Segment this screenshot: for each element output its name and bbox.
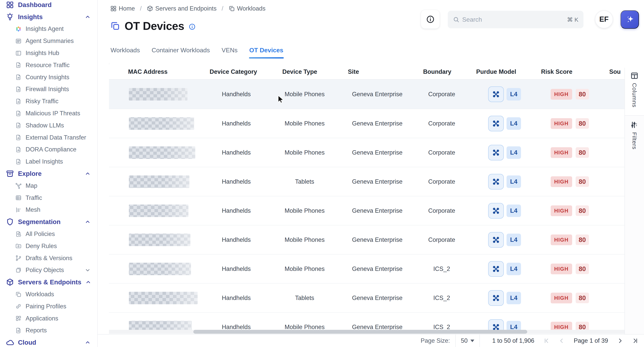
column-header-site[interactable]: Site <box>348 68 359 75</box>
last-page-button[interactable] <box>632 338 638 344</box>
sidebar-item-country-insights[interactable]: Country Insights <box>0 71 97 83</box>
sidebar-item-traffic[interactable]: Traffic <box>0 192 97 204</box>
risk-score-pill: 80 <box>576 235 589 245</box>
search-input[interactable] <box>462 16 564 23</box>
tab-workloads[interactable]: Workloads <box>110 45 140 58</box>
breadcrumb-home[interactable]: Home <box>110 5 135 12</box>
user-avatar[interactable]: EF <box>595 10 613 28</box>
table-row[interactable]: Handhelds Mobile Phones Geneva Enterpris… <box>109 196 644 225</box>
cell-site: Geneva Enterprise <box>352 295 402 302</box>
sidebar-item-label: DORA Compliance <box>26 146 76 153</box>
sidebar-item-external-data-transfer[interactable]: External Data Transfer <box>0 132 97 144</box>
sidebar-item-label: Label Insights <box>26 158 63 165</box>
sidebar-item-mesh[interactable]: Mesh <box>0 204 97 216</box>
sidebar-item-label: Resource Traffic <box>26 62 70 69</box>
sidebar-item-reports[interactable]: Reports <box>0 325 97 337</box>
sidebar-item-insights-hub[interactable]: Insights Hub <box>0 47 97 59</box>
page-size-select[interactable]: 50 <box>455 334 480 347</box>
first-page-button[interactable] <box>543 338 550 344</box>
chevron-up-icon[interactable] <box>85 279 91 285</box>
table-row[interactable]: Handhelds Mobile Phones Geneva Enterpris… <box>109 138 644 167</box>
caret-down-icon <box>470 340 474 342</box>
cell-site: Geneva Enterprise <box>352 91 402 98</box>
filters-panel-toggle[interactable]: Filters <box>625 116 644 166</box>
table-row[interactable]: Handhelds Mobile Phones Geneva Enterpris… <box>109 254 644 283</box>
risk-score-badge: HIGH 80 <box>551 205 589 216</box>
sidebar-item-resource-traffic[interactable]: Resource Traffic <box>0 59 97 71</box>
sidebar-item-explore[interactable]: Explore <box>0 168 97 180</box>
horizontal-scrollbar-thumb[interactable] <box>193 330 527 334</box>
file-chart-icon <box>15 62 22 68</box>
sidebar-item-drafts-versions[interactable]: Drafts & Versions <box>0 252 97 264</box>
sidebar-item-pairing-profiles[interactable]: Pairing Profiles <box>0 300 97 313</box>
previous-page-button[interactable] <box>558 338 565 344</box>
risk-score-pill: 80 <box>576 293 589 303</box>
sidebar-item-insights-agent[interactable]: Insights Agent <box>0 23 97 35</box>
sidebar-item-malicious-ip-threats[interactable]: Malicious IP Threats <box>0 107 97 119</box>
chevron-up-icon[interactable] <box>85 219 90 225</box>
chevron-up-icon[interactable] <box>85 171 90 177</box>
purdue-level-chip: L4 <box>506 234 521 246</box>
breadcrumb-workloads[interactable]: Workloads <box>228 5 266 12</box>
sidebar-item-map[interactable]: Map <box>0 180 97 192</box>
sidebar-item-label-insights[interactable]: Label Insights <box>0 156 97 168</box>
risk-score-pill: 80 <box>576 118 589 129</box>
horizontal-scrollbar-track[interactable] <box>109 330 644 334</box>
purdue-level-chip: L4 <box>506 205 521 217</box>
table-row[interactable]: Handhelds Tablets Geneva Enterprise ICS_… <box>109 283 644 312</box>
file-check-icon <box>15 231 22 237</box>
cell-device-category: Handhelds <box>222 149 251 156</box>
app-window: Dashboard Insights Insights Agent Agent … <box>0 0 644 347</box>
columns-panel-toggle[interactable]: Columns <box>625 68 644 116</box>
sidebar-item-policy-objects[interactable]: Policy Objects <box>0 264 97 276</box>
tab-ot-devices[interactable]: OT Devices <box>249 45 284 58</box>
column-header-purdue-model[interactable]: Purdue Model <box>476 68 516 75</box>
cell-device-type: Mobile Phones <box>284 120 324 127</box>
ai-assistant-button[interactable] <box>620 10 639 29</box>
sidebar-item-shadow-llms[interactable]: Shadow LLMs <box>0 119 97 132</box>
column-header-mac-address[interactable]: MAC Address <box>128 68 168 75</box>
table-row[interactable]: Handhelds Mobile Phones Geneva Enterpris… <box>109 109 644 138</box>
sidebar-item-insights[interactable]: Insights <box>0 11 97 23</box>
chevron-down-icon[interactable] <box>85 267 90 273</box>
table-row[interactable]: Handhelds Tablets Geneva Enterprise Corp… <box>109 167 644 196</box>
help-info-button[interactable] <box>421 10 440 29</box>
next-page-button[interactable] <box>617 338 623 344</box>
breadcrumb-servers-endpoints[interactable]: Servers and Endpoints <box>147 5 216 12</box>
purdue-model-badge: L4 <box>488 203 521 219</box>
sidebar-item-deny-rules[interactable]: Deny Rules <box>0 240 97 252</box>
sidebar-item-risky-traffic[interactable]: Risky Traffic <box>0 95 97 107</box>
table-footer: Page Size: 50 1 to 50 of 1,906 Page 1 of… <box>98 334 644 347</box>
filters-label: Filters <box>631 132 638 149</box>
column-header-device-type[interactable]: Device Type <box>282 68 317 75</box>
sidebar-item-firewall-insights[interactable]: Firewall Insights <box>0 83 97 95</box>
sidebar-item-label: External Data Transfer <box>26 134 86 141</box>
sidebar-item-workloads[interactable]: Workloads <box>0 288 97 300</box>
page-size-value: 50 <box>461 337 468 344</box>
table-row[interactable]: Handhelds Mobile Phones Geneva Enterpris… <box>109 80 644 109</box>
column-header-source-truncated[interactable]: Sou <box>609 68 621 75</box>
chevron-up-icon[interactable] <box>85 14 90 20</box>
table-row[interactable]: Handhelds Mobile Phones Geneva Enterpris… <box>109 225 644 254</box>
tab-vens[interactable]: VENs <box>221 45 238 58</box>
chevron-up-icon[interactable] <box>85 340 90 346</box>
sidebar-item-agent-summaries[interactable]: Agent Summaries <box>0 35 97 47</box>
sidebar-item-dora-compliance[interactable]: DORA Compliance <box>0 144 97 156</box>
sidebar-item-servers-endpoints[interactable]: Servers & Endpoints <box>0 276 97 288</box>
column-header-boundary[interactable]: Boundary <box>423 68 452 75</box>
sidebar-item-dashboard[interactable]: Dashboard <box>0 0 97 11</box>
info-icon[interactable] <box>189 23 196 30</box>
column-header-device-category[interactable]: Device Category <box>210 68 257 75</box>
column-header-risk-score[interactable]: Risk Score <box>541 68 572 75</box>
sidebar-item-all-policies[interactable]: All Policies <box>0 228 97 240</box>
sidebar-item-cloud[interactable]: Cloud <box>0 337 97 347</box>
global-search[interactable]: ⌘ K <box>448 11 584 28</box>
purdue-level-chip: L4 <box>506 146 521 159</box>
table-row[interactable]: Handhelds Mobile Phones Geneva Enterpris… <box>109 312 644 330</box>
cell-site: Geneva Enterprise <box>352 324 402 330</box>
pinwheel-icon <box>15 26 22 32</box>
lightbulb-icon <box>6 13 14 21</box>
sidebar-item-applications[interactable]: Applications <box>0 313 97 325</box>
sidebar-item-segmentation[interactable]: Segmentation <box>0 216 97 228</box>
tab-container-workloads[interactable]: Container Workloads <box>151 45 210 58</box>
